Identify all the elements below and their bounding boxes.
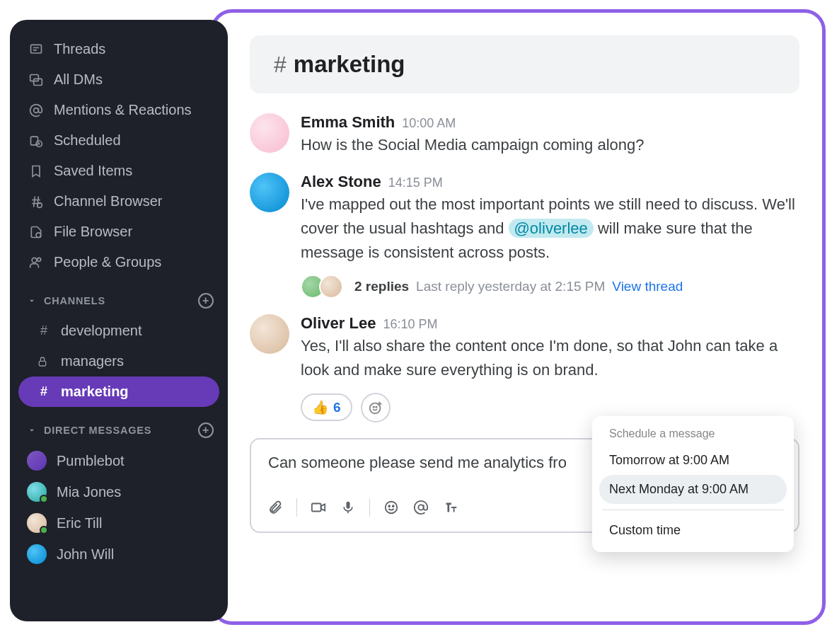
mic-button[interactable] <box>335 495 361 520</box>
bookmark-icon <box>28 163 44 179</box>
dm-label: Mia Jones <box>57 484 121 500</box>
reaction-count: 6 <box>333 400 341 415</box>
channels-section-header[interactable]: CHANNELS + <box>10 277 228 316</box>
separator <box>602 510 784 510</box>
sidebar-item-dms[interactable]: All DMs <box>10 64 228 95</box>
thread-summary[interactable]: 2 replies Last reply yesterday at 2:15 P… <box>301 275 799 299</box>
sidebar-item-channel-browser[interactable]: Channel Browser <box>10 186 228 217</box>
avatar[interactable] <box>250 173 289 212</box>
svg-point-2 <box>376 406 376 407</box>
hash-icon: # <box>37 323 51 338</box>
video-button[interactable] <box>306 495 331 520</box>
channel-name: marketing <box>294 51 405 78</box>
channel-header: # marketing <box>250 35 799 93</box>
presence-indicator <box>40 495 48 503</box>
people-icon <box>28 255 44 270</box>
sidebar-label: Saved Items <box>54 163 132 179</box>
avatar <box>27 513 47 533</box>
schedule-icon <box>28 133 44 149</box>
message-time: 14:15 PM <box>388 176 443 190</box>
thread-replies-count: 2 replies <box>354 279 409 294</box>
thread-meta: Last reply yesterday at 2:15 PM <box>416 279 605 294</box>
channel-label: marketing <box>61 384 129 400</box>
hash-icon: # <box>274 52 287 78</box>
dm-mia-jones[interactable]: Mia Jones <box>10 476 228 507</box>
svg-point-16 <box>32 258 37 263</box>
channel-label: development <box>61 323 142 339</box>
message-author[interactable]: Alex Stone <box>301 173 381 191</box>
reaction-thumbs-up[interactable]: 👍 6 <box>301 393 352 421</box>
message-text: How is the Social Media campaign coming … <box>301 133 799 157</box>
message-author[interactable]: Oliver Lee <box>301 314 376 333</box>
message-time: 16:10 PM <box>383 317 437 332</box>
message-text: I've mapped out the most important point… <box>301 192 799 265</box>
sidebar-item-saved[interactable]: Saved Items <box>10 156 228 186</box>
dm-pumblebot[interactable]: Pumblebot <box>10 445 228 476</box>
sidebar-label: Mentions & Reactions <box>54 102 192 118</box>
svg-rect-3 <box>312 503 321 511</box>
section-label: CHANNELS <box>44 295 105 306</box>
sidebar-label: Threads <box>54 41 105 57</box>
presence-indicator <box>40 526 48 534</box>
svg-point-17 <box>37 258 41 261</box>
avatar[interactable] <box>250 314 289 354</box>
emoji-button[interactable] <box>379 495 404 520</box>
view-thread-link[interactable]: View thread <box>612 279 683 294</box>
avatar <box>27 482 47 502</box>
add-dm-button[interactable]: + <box>198 422 214 438</box>
message-author[interactable]: Emma Smith <box>301 113 395 132</box>
add-reaction-button[interactable] <box>361 393 391 422</box>
channel-browser-icon <box>28 194 44 209</box>
svg-point-11 <box>34 108 39 113</box>
message-text: Yes, I'll also share the content once I'… <box>301 334 799 382</box>
svg-point-6 <box>393 505 394 507</box>
schedule-custom-time[interactable]: Custom time <box>599 516 787 545</box>
channel-marketing[interactable]: # marketing <box>18 376 219 407</box>
svg-point-15 <box>36 232 41 237</box>
avatar <box>27 451 47 471</box>
sidebar-label: File Browser <box>54 224 132 240</box>
attach-button[interactable] <box>262 495 288 520</box>
chevron-down-icon <box>27 425 37 435</box>
sidebar-item-mentions[interactable]: Mentions & Reactions <box>10 95 228 125</box>
channel-managers[interactable]: managers <box>18 346 219 376</box>
message: Oliver Lee 16:10 PM Yes, I'll also share… <box>250 314 799 422</box>
sidebar-item-scheduled[interactable]: Scheduled <box>10 125 228 156</box>
dm-label: Pumblebot <box>57 453 125 469</box>
add-channel-button[interactable]: + <box>198 293 214 309</box>
message-time: 10:00 AM <box>402 116 456 131</box>
dm-label: Eric Till <box>57 515 102 531</box>
message: Emma Smith 10:00 AM How is the Social Me… <box>250 113 799 157</box>
svg-point-1 <box>373 406 374 407</box>
lock-icon <box>37 356 51 367</box>
svg-rect-8 <box>31 45 42 53</box>
svg-rect-18 <box>39 361 45 366</box>
format-button[interactable] <box>438 495 463 520</box>
chat-panel: # marketing Emma Smith 10:00 AM How is t… <box>211 9 826 625</box>
chevron-down-icon <box>27 296 37 306</box>
channel-development[interactable]: # development <box>18 316 219 346</box>
avatar[interactable] <box>250 113 289 153</box>
mention[interactable]: @oliverlee <box>509 219 594 238</box>
sidebar-item-people[interactable]: People & Groups <box>10 247 228 277</box>
sidebar-item-file-browser[interactable]: File Browser <box>10 217 228 247</box>
sidebar-label: People & Groups <box>54 254 161 270</box>
mention-icon <box>28 103 44 118</box>
svg-point-4 <box>386 501 398 513</box>
dm-eric-till[interactable]: Eric Till <box>10 507 228 539</box>
hash-icon: # <box>37 384 51 399</box>
svg-point-0 <box>369 403 380 413</box>
dm-john-will[interactable]: John Will <box>10 539 228 570</box>
mention-button[interactable] <box>408 495 434 520</box>
dms-section-header[interactable]: DIRECT MESSAGES + <box>10 407 228 445</box>
svg-rect-12 <box>31 137 38 145</box>
svg-point-5 <box>388 505 390 507</box>
file-browser-icon <box>28 224 44 240</box>
sidebar-label: All DMs <box>54 71 103 88</box>
schedule-option[interactable]: Tomorrow at 9:00 AM <box>599 446 787 475</box>
thread-avatar <box>319 275 343 299</box>
channel-label: managers <box>61 353 124 369</box>
sidebar: Threads All DMs Mentions & Reactions Sch… <box>10 20 228 621</box>
schedule-option[interactable]: Next Monday at 9:00 AM <box>599 475 787 504</box>
sidebar-item-threads[interactable]: Threads <box>10 34 228 64</box>
